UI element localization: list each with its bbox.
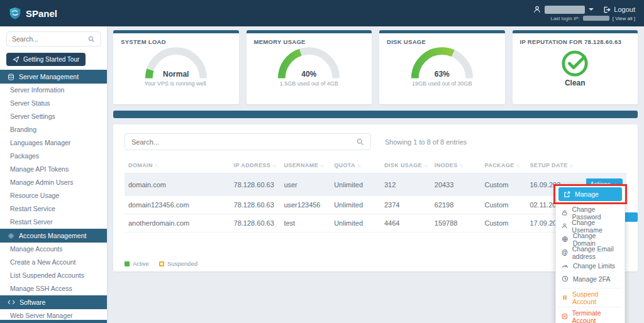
sidebar-item-server-information[interactable]: Server Information [0, 84, 107, 97]
topbar: SPanel Logout Last login IP: [0, 0, 644, 26]
cell-disk: 312 [380, 173, 431, 196]
card-ip-reputation: IP REPUTATION FOR 78.128.60.63 Clean [513, 30, 638, 104]
sidebar-item-manage-admin-users[interactable]: Manage Admin Users [0, 176, 107, 189]
at-sign-icon: @ [562, 249, 568, 256]
menu-item-label: Change Limits [573, 262, 615, 270]
card-value: Normal [163, 70, 189, 79]
accounts-table: DOMAIN↑↓ IP ADDRESS↑↓ USERNAME↑↓ QUOTA↑↓… [125, 158, 626, 233]
cell-domain: anotherdomain.com [125, 214, 230, 233]
gear-icon [8, 233, 14, 239]
cell-ip: 78.128.60.63 [230, 173, 280, 196]
sort-icon: ↑↓ [516, 163, 519, 168]
cell-disk: 2374 [380, 196, 431, 214]
status-legend: Active Suspended [125, 260, 626, 267]
manage-button-label: Manage [575, 190, 599, 198]
gauge-icon [562, 262, 569, 269]
table-search [125, 133, 371, 150]
menu-item-change-password[interactable]: Change Password [558, 206, 622, 219]
sidebar-item-manage-accounts[interactable]: Manage Accounts [0, 243, 107, 256]
column-header-username[interactable]: USERNAME↑↓ [280, 158, 330, 173]
status-cards: SYSTEM LOAD Normal Your VPS is running w… [113, 30, 638, 104]
sidebar-item-packages[interactable]: Packages [0, 150, 107, 163]
cell-inodes: 62198 [431, 196, 481, 214]
cell-package: Custom [481, 173, 526, 196]
tour-button-label: Getting Started Tour [23, 56, 79, 63]
menu-item-manage-2fa[interactable]: Manage 2FA [558, 272, 622, 285]
sort-icon: ↑↓ [424, 163, 427, 168]
pause-icon [562, 294, 568, 301]
menu-item-terminate-account[interactable]: Terminate Account [558, 310, 622, 323]
card-subtitle: 1.5GB used out of 4GB [280, 80, 338, 87]
sidebar-item-manage-ssh-access[interactable]: Manage SSH Access [0, 282, 107, 295]
cell-package: Custom [481, 196, 526, 214]
sidebar-section-server-management[interactable]: Server Management [0, 70, 107, 84]
sidebar-item-manage-api-tokens[interactable]: Manage API Tokens [0, 163, 107, 176]
sidebar-item-branding[interactable]: Branding [0, 123, 107, 136]
section-label: Software [19, 298, 45, 306]
section-label: Accounts Management [19, 232, 86, 239]
table-row[interactable]: domain123456.com 78.128.60.63 user123456… [125, 196, 626, 214]
column-header-package[interactable]: PACKAGE↑↓ [481, 158, 526, 173]
user-menu[interactable] [533, 6, 594, 14]
sort-icon: ↑↓ [272, 163, 275, 168]
column-header-quota[interactable]: QUOTA↑↓ [330, 158, 380, 173]
sidebar-next-section-cut [0, 320, 107, 323]
actions-dropdown-menu: Manage Change Password Change Username C… [555, 184, 625, 323]
redacted-username [545, 6, 585, 14]
column-header-disk-usage[interactable]: DISK USAGE↑↓ [380, 158, 431, 173]
sidebar-item-server-settings[interactable]: Server Settings [0, 110, 107, 123]
card-disk-usage: DISK USAGE 63% 19GB used out of 30GB [379, 30, 505, 104]
redacted-last-login-ip [583, 16, 609, 21]
column-header-domain[interactable]: DOMAIN↑↓ [125, 158, 230, 173]
cell-ip: 78.128.60.63 [230, 214, 280, 233]
getting-started-tour-button[interactable]: Getting Started Tour [6, 53, 86, 66]
sidebar-item-create-new-account[interactable]: Create a New Account [0, 256, 107, 269]
menu-item-change-limits[interactable]: Change Limits [558, 259, 622, 272]
sidebar-item-languages-manager[interactable]: Languages Manager [0, 136, 107, 150]
sidebar-section-accounts-management[interactable]: Accounts Management [0, 229, 107, 243]
sidebar-item-restart-service[interactable]: Restart Service [0, 202, 107, 216]
column-header-setup-date[interactable]: SETUP DATE↑↓ [526, 158, 586, 173]
cell-inodes: 159788 [431, 214, 481, 233]
cell-ip: 78.128.60.63 [230, 196, 280, 214]
column-header-inodes[interactable]: INODES↑↓ [431, 158, 481, 173]
sidebar-item-list-suspended-accounts[interactable]: List Suspended Accounts [0, 269, 107, 282]
menu-item-suspend-account[interactable]: Suspend Account [558, 291, 622, 304]
server-icon [8, 74, 14, 80]
code-icon [8, 299, 15, 305]
card-title: SYSTEM LOAD [121, 38, 231, 45]
column-header-ip-address[interactable]: IP ADDRESS↑↓ [230, 158, 280, 173]
cell-quota: Unlimited [330, 214, 380, 233]
sidebar-item-restart-server[interactable]: Restart Server [0, 216, 107, 229]
sidebar-search-input[interactable] [12, 35, 88, 43]
table-row[interactable]: anotherdomain.com 78.128.60.63 test Unli… [125, 214, 626, 233]
sidebar-item-resource-usage[interactable]: Resource Usage [0, 189, 107, 202]
card-subtitle: Your VPS is running well. [144, 80, 208, 87]
cell-package: Custom [481, 214, 526, 233]
sidebar-search [6, 31, 101, 47]
menu-item-change-domain[interactable]: Change Domain [558, 233, 622, 246]
view-all-link[interactable]: [ View all ] [613, 16, 635, 21]
menu-divider [558, 288, 622, 288]
section-label: Server Management [19, 73, 79, 80]
menu-item-change-email[interactable]: @ Change Email address [558, 246, 622, 259]
sort-icon: ↑↓ [570, 163, 573, 168]
cell-quota: Unlimited [330, 173, 380, 196]
menu-item-change-username[interactable]: Change Username [558, 219, 622, 233]
manage-button[interactable]: Manage [558, 187, 622, 201]
table-search-input[interactable] [131, 138, 357, 146]
active-status-swatch [125, 261, 130, 266]
suspended-status-swatch [159, 261, 164, 266]
sidebar-item-server-status[interactable]: Server Status [0, 97, 107, 110]
menu-divider [558, 307, 622, 307]
search-icon [357, 138, 364, 146]
table-row[interactable]: domain.com 78.128.60.63 user Unlimited 3… [125, 173, 626, 196]
card-subtitle: 19GB used out of 30GB [412, 80, 472, 87]
cell-domain: domain123456.com [125, 196, 230, 214]
cell-username: user [280, 173, 330, 196]
logout-button[interactable]: Logout [602, 6, 635, 14]
sidebar-section-software[interactable]: Software [0, 295, 107, 309]
column-header-actions [586, 158, 626, 173]
brand: SPanel [9, 6, 57, 20]
tour-icon [13, 56, 19, 63]
